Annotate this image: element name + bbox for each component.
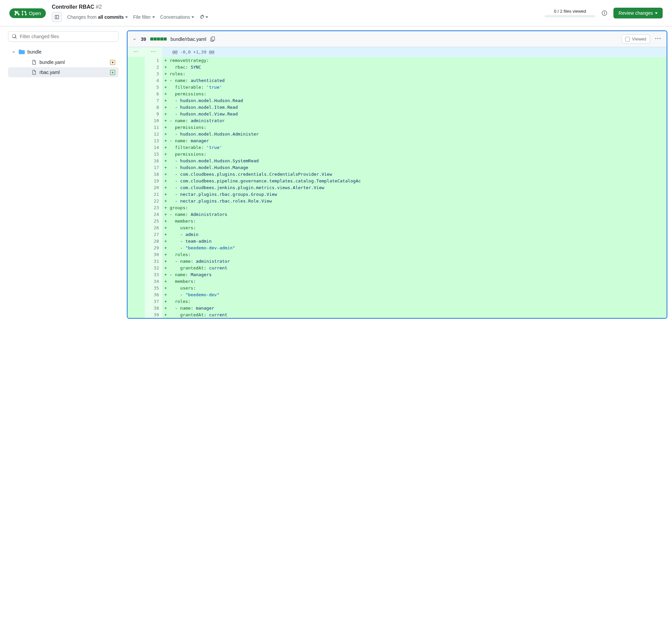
chevron-down-icon xyxy=(11,49,16,54)
file-filter-dropdown[interactable]: File filter xyxy=(133,14,155,20)
diff-line[interactable]: 19+ - com.cloudbees.pipeline.governance.… xyxy=(128,177,667,184)
diff-stat-icon xyxy=(150,37,167,40)
file-icon xyxy=(32,60,37,65)
code-cell: permissions: xyxy=(170,124,667,131)
diff-line[interactable]: 8+ - hudson.model.Item.Read xyxy=(128,104,667,110)
old-line-number xyxy=(128,191,145,198)
diff-line[interactable]: 26+ users: xyxy=(128,224,667,231)
diff-line[interactable]: 37+ roles: xyxy=(128,298,667,305)
copy-icon[interactable] xyxy=(210,36,216,42)
diff-sign: + xyxy=(162,84,170,91)
diff-line[interactable]: 22+ - nectar.plugins.rbac.roles.Role.Vie… xyxy=(128,198,667,204)
diff-line[interactable]: 2+ rbac: SYNC xyxy=(128,63,667,70)
diff-line[interactable]: 13+- name: manager xyxy=(128,137,667,144)
diff-sign: + xyxy=(162,224,170,231)
diff-line[interactable]: 31+ - name: administrator xyxy=(128,258,667,264)
file-row[interactable]: bundle.yaml xyxy=(8,57,119,67)
diff-sign: + xyxy=(162,271,170,278)
diff-line[interactable]: 39+ grantedAt: current xyxy=(128,311,667,318)
code-cell: permissions: xyxy=(170,91,667,97)
diff-line[interactable]: 3+roles: xyxy=(128,70,667,77)
diff-sign: + xyxy=(162,63,170,70)
code-cell: - "beedemo-dev-admin" xyxy=(170,245,667,251)
diff-line[interactable]: 15+ permissions: xyxy=(128,151,667,157)
diff-line[interactable]: 5+ filterable: 'true' xyxy=(128,84,667,91)
diff-line[interactable]: 35+ users: xyxy=(128,285,667,291)
diff-sign: + xyxy=(162,258,170,264)
diff-line[interactable]: 11+ permissions: xyxy=(128,124,667,131)
diff-line[interactable]: 17+ - hudson.model.Hudson.Manage xyxy=(128,164,667,171)
viewed-toggle[interactable]: Viewed xyxy=(622,35,650,44)
code-cell: - nectar.plugins.rbac.groups.Group.View xyxy=(170,191,667,198)
view-toolbar: Changes from all commits File filter Con… xyxy=(52,12,208,22)
filter-files-field[interactable] xyxy=(8,31,119,42)
diff-line[interactable]: 10+- name: administrator xyxy=(128,117,667,124)
diff-settings-dropdown[interactable] xyxy=(200,14,208,20)
toggle-sidebar-button[interactable] xyxy=(52,12,62,22)
folder-icon xyxy=(19,49,25,55)
diff-table: @@ -0,0 +1,39 @@ 1+removeStrategy:2+ rba… xyxy=(128,47,667,318)
diff-line[interactable]: 36+ - "beedemo-dev" xyxy=(128,291,667,298)
old-line-number xyxy=(128,63,145,70)
diff-line[interactable]: 9+ - hudson.model.View.Read xyxy=(128,110,667,117)
diff-line[interactable]: 29+ - "beedemo-dev-admin" xyxy=(128,245,667,251)
hunk-text: @@ -0,0 +1,39 @@ xyxy=(170,47,667,57)
expand-hunk-button[interactable] xyxy=(128,47,145,57)
diff-line[interactable]: 23+groups: xyxy=(128,204,667,211)
code-cell: - name: authenticated xyxy=(170,77,667,84)
new-line-number: 17 xyxy=(145,164,162,171)
diff-line[interactable]: 30+ roles: xyxy=(128,251,667,258)
conversations-dropdown[interactable]: Conversations xyxy=(160,14,194,20)
folder-row[interactable]: bundle xyxy=(8,47,119,57)
diff-line[interactable]: 32+ grantedAt: current xyxy=(128,264,667,271)
file-row[interactable]: rbac.yaml+ xyxy=(8,67,119,77)
code-cell: - name: Managers xyxy=(170,271,667,278)
diff-sign: + xyxy=(162,245,170,251)
diff-line[interactable]: 18+ - com.cloudbees.plugins.credentials.… xyxy=(128,171,667,177)
diff-line[interactable]: 4+- name: authenticated xyxy=(128,77,667,84)
checkbox-icon xyxy=(625,37,630,41)
code-cell: filterable: 'true' xyxy=(170,84,667,91)
diff-line[interactable]: 27+ - admin xyxy=(128,231,667,238)
file-path[interactable]: bundle/rbac.yaml xyxy=(171,36,206,42)
code-cell: users: xyxy=(170,224,667,231)
code-cell: - admin xyxy=(170,231,667,238)
changes-from-dropdown[interactable]: Changes from all commits xyxy=(67,14,128,20)
code-cell: - name: administrator xyxy=(170,258,667,264)
diff-line[interactable]: 14+ filterable: 'true' xyxy=(128,144,667,151)
diff-line[interactable]: 6+ permissions: xyxy=(128,91,667,97)
expand-hunk-button[interactable] xyxy=(145,47,162,57)
diff-line[interactable]: 16+ - hudson.model.Hudson.SystemRead xyxy=(128,157,667,164)
changes-from-label: Changes from xyxy=(67,14,97,20)
old-line-number xyxy=(128,177,145,184)
chevron-down-icon[interactable] xyxy=(132,37,137,41)
filter-files-input[interactable] xyxy=(20,34,115,39)
diff-line[interactable]: 38+ - name: manager xyxy=(128,305,667,311)
diff-sign: + xyxy=(162,70,170,77)
review-changes-button[interactable]: Review changes xyxy=(613,8,663,19)
diff-line[interactable]: 34+ members: xyxy=(128,278,667,285)
diff-line[interactable]: 12+ - hudson.model.Hudson.Administer xyxy=(128,131,667,137)
diff-sign: + xyxy=(162,131,170,137)
new-line-number: 30 xyxy=(145,251,162,258)
diff-sign: + xyxy=(162,137,170,144)
diff-line[interactable]: 28+ - team-admin xyxy=(128,238,667,245)
git-pr-icon xyxy=(21,10,27,16)
new-line-number: 7 xyxy=(145,97,162,104)
old-line-number xyxy=(128,110,145,117)
info-icon[interactable] xyxy=(601,10,608,16)
diff-line[interactable]: 7+ - hudson.model.Hudson.Read xyxy=(128,97,667,104)
diff-line[interactable]: 1+removeStrategy: xyxy=(128,57,667,63)
new-line-number: 26 xyxy=(145,224,162,231)
new-line-number: 33 xyxy=(145,271,162,278)
caret-down-icon xyxy=(125,16,128,18)
diff-line[interactable]: 20+ - com.cloudbees.jenkins.plugin.metri… xyxy=(128,184,667,191)
diff-line[interactable]: 21+ - nectar.plugins.rbac.groups.Group.V… xyxy=(128,191,667,198)
diff-line[interactable]: 25+ members: xyxy=(128,217,667,224)
old-line-number xyxy=(128,278,145,285)
diff-line[interactable]: 24+- name: Administrators xyxy=(128,211,667,217)
old-line-number xyxy=(128,285,145,291)
diff-main: 39 bundle/rbac.yaml Viewed xyxy=(127,26,672,644)
file-menu-button[interactable] xyxy=(654,35,662,44)
diff-line[interactable]: 33+- name: Managers xyxy=(128,271,667,278)
